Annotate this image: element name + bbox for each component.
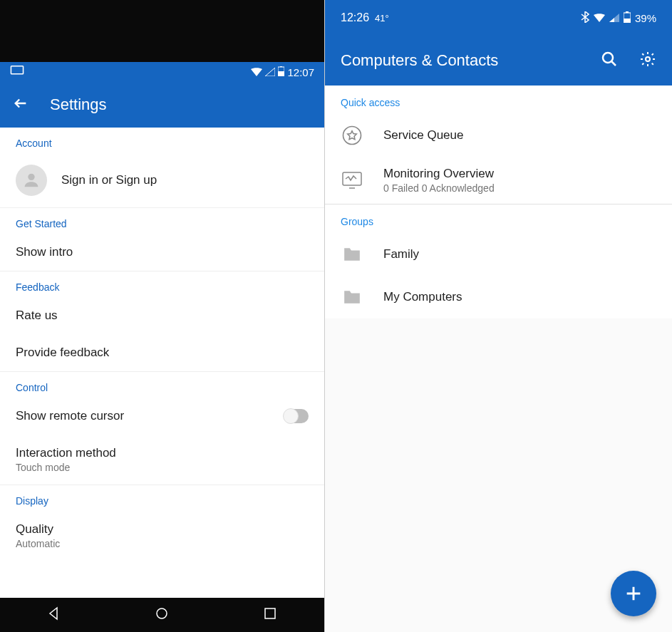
section-header-display: Display — [0, 485, 324, 511]
computers-phone: 12:26 41° 39% Computers & Contacts Quick… — [324, 0, 672, 632]
interaction-method-row[interactable]: Interaction method Touch mode — [0, 435, 324, 485]
group-family-label: Family — [383, 247, 419, 261]
page-title: Computers & Contacts — [341, 51, 498, 70]
gear-icon[interactable] — [639, 51, 656, 71]
monitor-icon — [341, 169, 363, 192]
group-family-row[interactable]: Family — [325, 233, 672, 276]
wifi-icon — [594, 12, 605, 24]
remote-cursor-toggle[interactable] — [284, 409, 309, 423]
monitoring-row[interactable]: Monitoring Overview 0 Failed 0 Acknowled… — [325, 157, 672, 204]
group-mycomputers-row[interactable]: My Computers — [325, 276, 672, 318]
svg-rect-2 — [278, 71, 284, 76]
avatar-icon — [16, 165, 47, 196]
signal-icon — [609, 12, 619, 24]
service-queue-label: Service Queue — [383, 128, 463, 143]
app-bar: Settings — [0, 82, 324, 128]
section-header-control: Control — [0, 372, 324, 398]
remote-cursor-row[interactable]: Show remote cursor — [0, 398, 324, 435]
svg-point-4 — [28, 174, 34, 180]
page-title: Settings — [50, 95, 107, 114]
star-icon — [341, 124, 363, 147]
sign-in-row[interactable]: Sign in or Sign up — [0, 153, 324, 207]
signal-icon — [265, 66, 275, 78]
battery-icon — [278, 66, 284, 78]
folder-icon — [341, 286, 363, 309]
section-header-getstarted: Get Started — [0, 208, 324, 234]
settings-phone: 12:07 Settings Account Sign in or Sign u… — [0, 0, 324, 632]
top-padding — [0, 0, 324, 62]
rate-us-row[interactable]: Rate us — [0, 297, 324, 334]
svg-point-10 — [603, 53, 613, 63]
remote-cursor-label: Show remote cursor — [16, 409, 270, 423]
section-header-quickaccess: Quick access — [325, 86, 672, 114]
section-header-account: Account — [0, 128, 324, 153]
section-header-feedback: Feedback — [0, 271, 324, 297]
section-header-groups: Groups — [325, 204, 672, 233]
quality-sub: Automatic — [16, 538, 309, 549]
settings-list: Account Sign in or Sign up Get Started S… — [0, 128, 324, 598]
nav-recent-icon[interactable] — [263, 606, 277, 623]
battery-percent: 39% — [635, 12, 656, 24]
battery-icon — [624, 11, 631, 25]
nav-back-icon[interactable] — [47, 606, 61, 623]
android-navbar — [0, 598, 324, 632]
svg-rect-3 — [280, 66, 282, 67]
status-time: 12:26 — [341, 11, 369, 24]
status-bar: 12:26 41° 39% — [325, 0, 672, 36]
sign-in-label: Sign in or Sign up — [61, 173, 157, 187]
svg-point-5 — [157, 608, 167, 618]
svg-point-11 — [646, 57, 650, 61]
service-queue-row[interactable]: Service Queue — [325, 114, 672, 157]
show-intro-label: Show intro — [16, 245, 73, 259]
provide-feedback-label: Provide feedback — [16, 346, 109, 360]
interaction-method-sub: Touch mode — [16, 462, 309, 473]
nav-home-icon[interactable] — [155, 606, 169, 623]
cast-icon — [10, 66, 24, 78]
svg-rect-6 — [265, 608, 275, 618]
rate-us-label: Rate us — [16, 309, 58, 323]
svg-point-12 — [343, 127, 361, 145]
quality-label: Quality — [16, 522, 309, 537]
svg-rect-9 — [626, 11, 629, 13]
show-intro-row[interactable]: Show intro — [0, 234, 324, 271]
monitoring-label: Monitoring Overview — [383, 167, 495, 181]
provide-feedback-row[interactable]: Provide feedback — [0, 334, 324, 371]
svg-rect-0 — [11, 66, 23, 74]
interaction-method-label: Interaction method — [16, 446, 309, 460]
group-mycomputers-label: My Computers — [383, 290, 462, 304]
bluetooth-icon — [581, 11, 589, 25]
app-bar: Computers & Contacts — [325, 36, 672, 86]
back-icon[interactable] — [13, 95, 29, 114]
monitoring-sub: 0 Failed 0 Acknowledged — [383, 182, 495, 194]
add-fab[interactable] — [611, 571, 656, 616]
quality-row[interactable]: Quality Automatic — [0, 511, 324, 556]
status-bar: 12:07 — [0, 62, 324, 82]
wifi-icon — [251, 66, 262, 78]
status-time: 12:07 — [287, 66, 314, 78]
content: Quick access Service Queue Monitoring Ov… — [325, 86, 672, 632]
status-temp: 41° — [375, 13, 389, 24]
search-icon[interactable] — [601, 51, 618, 71]
folder-icon — [341, 243, 363, 266]
svg-rect-8 — [624, 19, 631, 23]
